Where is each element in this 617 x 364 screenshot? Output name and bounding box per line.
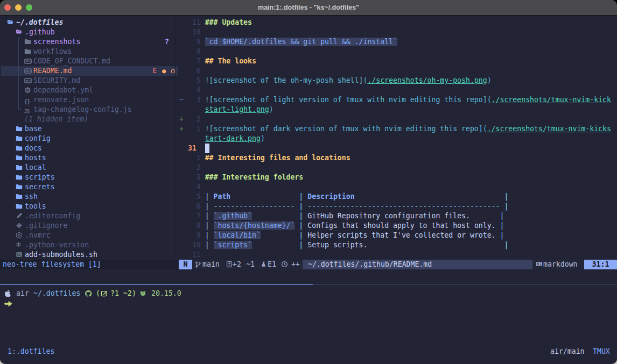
tree-item-.editorconfig[interactable]: .editorconfig bbox=[0, 211, 178, 221]
gitsign-none bbox=[179, 105, 188, 113]
diamond-icon bbox=[16, 222, 23, 230]
tree-item-scripts[interactable]: scripts bbox=[0, 173, 178, 182]
editor-line-31[interactable]: 31 bbox=[179, 144, 205, 153]
editor-line-9[interactable]: 9 `cd $HOME/.dotfiles && git pull && ./i… bbox=[179, 37, 397, 47]
tree-item-.nvmrc[interactable]: .nvmrc bbox=[0, 231, 178, 240]
editor-line-10[interactable]: 10 | `scripts` | Setup scripts. | bbox=[179, 240, 508, 250]
editor-line-6[interactable]: 6 | ------------------- | --------------… bbox=[179, 202, 508, 211]
editor-line-2[interactable]: 2 bbox=[179, 163, 205, 173]
tree-item-label: ssh bbox=[25, 192, 38, 202]
tree-item-readme.md[interactable]: README.mdE● bbox=[0, 66, 178, 76]
editor-line-8[interactable]: 8 | `hosts/{hostname}/` | Configs that s… bbox=[179, 221, 504, 231]
tree-item-tools[interactable]: tools bbox=[0, 202, 178, 211]
editor-line-3[interactable]: ~ 3 ![screenshot of light version of tmu… bbox=[179, 95, 611, 105]
line-number: 8 bbox=[188, 222, 205, 230]
editor-line-4[interactable]: 4 bbox=[179, 182, 205, 192]
tree-item-label: config bbox=[25, 134, 51, 144]
editor-line-7[interactable]: 7 | `.github` | GitHub Repository config… bbox=[179, 211, 504, 221]
editor-line-2[interactable]: + 2 bbox=[179, 115, 205, 124]
braces-icon: {} bbox=[24, 96, 32, 104]
tree-item-label: screenshots bbox=[33, 37, 80, 47]
tree-item-dependabot.yml[interactable]: dependabot.yml bbox=[0, 85, 178, 95]
tree-item--1-hidden-item-[interactable]: (1 hidden item) bbox=[0, 115, 178, 124]
editor-line-11[interactable]: 11 bbox=[179, 250, 205, 260]
zoom-button[interactable] bbox=[26, 4, 32, 11]
line-number: 1 bbox=[188, 125, 205, 133]
editor-text bbox=[470, 212, 500, 220]
prompt-input-line[interactable] bbox=[0, 298, 617, 308]
editor-text: ### Interesting folders bbox=[205, 173, 304, 181]
editor-line-4[interactable]: 4 bbox=[179, 85, 205, 95]
editor-line-1[interactable]: + 1 ![screenshot of dark version of tmux… bbox=[179, 124, 611, 134]
shell-icon bbox=[16, 251, 23, 259]
tree-item-label: scripts bbox=[25, 173, 55, 182]
editor-line-6[interactable]: 6 bbox=[179, 66, 205, 76]
tree-item-label: workflows bbox=[33, 47, 72, 56]
minimize-button[interactable] bbox=[15, 4, 22, 11]
editor-text: Setup scripts. bbox=[307, 241, 367, 249]
tree-item-label: CODE_OF_CONDUCT.md bbox=[33, 56, 110, 66]
editor-line-5[interactable]: 5 | Path | Description | bbox=[179, 192, 508, 202]
line-number: 2 bbox=[188, 163, 205, 172]
tree-item-local[interactable]: local bbox=[0, 163, 178, 173]
tree-item-renovate.json[interactable]: {}renovate.json bbox=[0, 95, 178, 105]
gitsign-none bbox=[179, 28, 188, 36]
editor-line-7[interactable]: 7 ## The looks bbox=[179, 56, 256, 66]
tree-item-tag-changelog-config.js[interactable]: JStag-changelog-config.js bbox=[0, 105, 178, 115]
gitsign-none bbox=[179, 86, 188, 94]
line-number: 6 bbox=[188, 67, 205, 75]
tree-item-base[interactable]: base bbox=[0, 124, 178, 134]
tree-item-.github[interactable]: .github bbox=[0, 27, 178, 37]
titlebar[interactable]: main:1:.dotfiles - "ks~/.dotfiles" bbox=[0, 0, 617, 16]
line-number: 3 bbox=[188, 173, 205, 181]
editor-line-11[interactable]: 11 ### Updates bbox=[179, 18, 252, 27]
editor-line-10[interactable]: 10 bbox=[179, 27, 205, 37]
tree-item-code-of-conduct.md[interactable]: CODE_OF_CONDUCT.md bbox=[0, 56, 178, 66]
tree-item-label: .gitignore bbox=[25, 221, 67, 231]
tree-item-ssh[interactable]: ssh bbox=[0, 192, 178, 202]
editor-text: | bbox=[299, 212, 307, 220]
prompt-git-open: ( bbox=[96, 289, 100, 298]
tree-item-security.md[interactable]: SECURITY.md bbox=[0, 76, 178, 85]
gitsign-none bbox=[179, 67, 188, 75]
tree-item--.dotfiles[interactable]: ~/.dotfiles bbox=[0, 18, 178, 27]
editor-line-wrap[interactable]: tart-dark.png) bbox=[179, 134, 265, 144]
line-number: 7 bbox=[188, 212, 205, 220]
editor-text: Path bbox=[214, 192, 231, 201]
editor-line-5[interactable]: 5 ![screenshot of the oh-my-posh shell](… bbox=[179, 76, 492, 85]
tree-item-label: docs bbox=[25, 144, 42, 153]
editor-text: | bbox=[205, 222, 214, 230]
tree-item-add-submodules.sh[interactable]: add-submodules.sh bbox=[0, 250, 178, 260]
editor-line-9[interactable]: 9 | `local/bin` | Helper scripts that I'… bbox=[179, 231, 504, 240]
editor-line-wrap[interactable]: start-light.png) bbox=[179, 105, 274, 115]
close-button[interactable] bbox=[4, 4, 11, 11]
editor-line-1[interactable]: 1 ## Interesting files and locations bbox=[179, 153, 350, 163]
tree-item-docs[interactable]: docs bbox=[0, 144, 178, 153]
terminal-window: main:1:.dotfiles - "ks~/.dotfiles" ~/.do… bbox=[0, 0, 617, 364]
gitsign-none bbox=[179, 144, 188, 152]
tree-item-screenshots[interactable]: screenshots? bbox=[0, 37, 178, 47]
editor-text: ## The looks bbox=[205, 57, 256, 65]
prompt-host: air bbox=[16, 289, 29, 298]
gitsign-none bbox=[179, 173, 188, 181]
tree-item-.python-version[interactable]: .python-version bbox=[0, 240, 178, 250]
tree-item-config[interactable]: config bbox=[0, 134, 178, 144]
statusline-extra: ++ bbox=[291, 260, 300, 269]
tree-item-label: .python-version bbox=[25, 240, 89, 250]
editor-line-8[interactable]: 8 bbox=[179, 47, 205, 56]
tree-item-.gitignore[interactable]: .gitignore bbox=[0, 221, 178, 231]
gitsign-none bbox=[179, 154, 188, 162]
folder-icon bbox=[24, 38, 32, 46]
tree-item-secrets[interactable]: secrets bbox=[0, 182, 178, 192]
github-icon bbox=[85, 290, 92, 297]
tree-item-hosts[interactable]: hosts bbox=[0, 153, 178, 163]
gitsign-add: + bbox=[179, 115, 188, 123]
editor-line-3[interactable]: 3 ### Interesting folders bbox=[179, 173, 303, 182]
tree-item-workflows[interactable]: workflows bbox=[0, 47, 178, 56]
folder-icon bbox=[16, 193, 23, 201]
tmux-window-name[interactable]: 1:.dotfiles bbox=[8, 347, 54, 356]
editor-text: | bbox=[299, 231, 307, 239]
shell-prompt: air~/.dotfiles(?1 ~2)20.15.0 bbox=[0, 289, 617, 298]
gitsign-none bbox=[179, 163, 188, 172]
folder-icon bbox=[16, 145, 23, 152]
